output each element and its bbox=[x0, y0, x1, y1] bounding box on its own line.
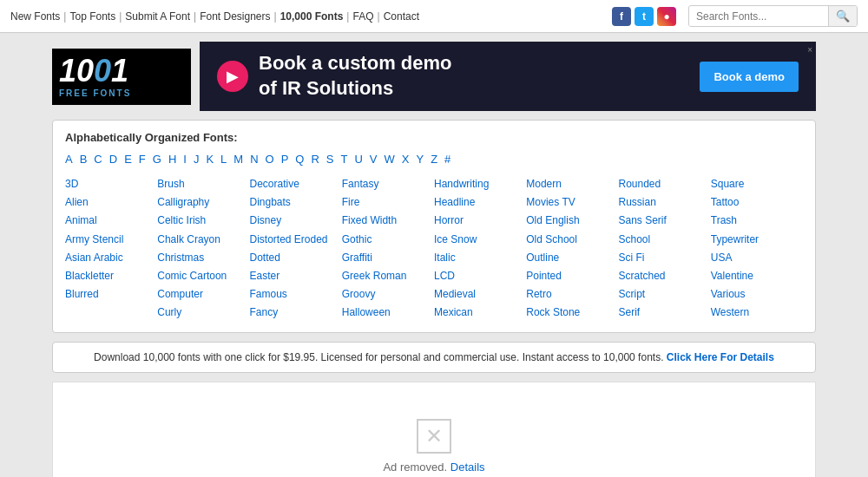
cat-medieval[interactable]: Medieval bbox=[434, 286, 526, 303]
cat-horror[interactable]: Horror bbox=[434, 212, 526, 229]
alpha-A[interactable]: A bbox=[65, 153, 73, 166]
cat-3d[interactable]: 3D bbox=[65, 176, 157, 193]
alpha-I[interactable]: I bbox=[183, 153, 187, 166]
cat-school[interactable]: School bbox=[619, 232, 711, 248]
alpha-X[interactable]: X bbox=[402, 153, 410, 166]
cat-sans-serif[interactable]: Sans Serif bbox=[619, 212, 711, 229]
alpha-K[interactable]: K bbox=[206, 153, 214, 166]
twitter-icon[interactable]: t bbox=[635, 7, 654, 26]
alpha-T[interactable]: T bbox=[341, 153, 348, 166]
cat-easter[interactable]: Easter bbox=[250, 268, 342, 284]
cat-groovy[interactable]: Groovy bbox=[342, 286, 434, 303]
cat-halloween[interactable]: Halloween bbox=[342, 304, 434, 321]
cat-headline[interactable]: Headline bbox=[434, 194, 526, 211]
cat-alien[interactable]: Alien bbox=[65, 194, 157, 211]
cat-modern[interactable]: Modern bbox=[526, 176, 618, 193]
alpha-G[interactable]: G bbox=[153, 153, 161, 166]
cat-movies-tv[interactable]: Movies TV bbox=[526, 194, 618, 211]
nav-top-fonts[interactable]: Top Fonts bbox=[69, 10, 115, 23]
alpha-S[interactable]: S bbox=[326, 153, 334, 166]
cat-western[interactable]: Western bbox=[711, 304, 803, 321]
cat-graffiti[interactable]: Graffiti bbox=[342, 250, 434, 266]
cat-blurred[interactable]: Blurred bbox=[65, 286, 157, 303]
cat-dotted[interactable]: Dotted bbox=[250, 250, 342, 266]
cat-russian[interactable]: Russian bbox=[619, 194, 711, 211]
cat-calligraphy[interactable]: Calligraphy bbox=[157, 194, 249, 211]
cat-asian-arabic[interactable]: Asian Arabic bbox=[65, 250, 157, 266]
alpha-F[interactable]: F bbox=[139, 153, 146, 166]
cat-christmas[interactable]: Christmas bbox=[157, 250, 249, 266]
cat-script[interactable]: Script bbox=[619, 286, 711, 303]
cat-italic[interactable]: Italic bbox=[434, 250, 526, 266]
cat-serif[interactable]: Serif bbox=[619, 304, 711, 321]
alpha-W[interactable]: W bbox=[385, 153, 395, 166]
alpha-D[interactable]: D bbox=[109, 153, 117, 166]
cat-gothic[interactable]: Gothic bbox=[342, 232, 434, 248]
cat-pointed[interactable]: Pointed bbox=[526, 268, 618, 284]
ad-details-link[interactable]: Details bbox=[450, 461, 485, 474]
cat-tattoo[interactable]: Tattoo bbox=[711, 194, 803, 211]
alpha-M[interactable]: M bbox=[233, 153, 243, 166]
alpha-U[interactable]: U bbox=[354, 153, 362, 166]
cat-outline[interactable]: Outline bbox=[526, 250, 618, 266]
nav-faq[interactable]: FAQ bbox=[352, 10, 373, 23]
cat-old-school[interactable]: Old School bbox=[526, 232, 618, 248]
cat-retro[interactable]: Retro bbox=[526, 286, 618, 303]
cat-fixed-width[interactable]: Fixed Width bbox=[342, 212, 434, 229]
alpha-C[interactable]: C bbox=[94, 153, 102, 166]
cat-various[interactable]: Various bbox=[711, 286, 803, 303]
cat-army-stencil[interactable]: Army Stencil bbox=[65, 232, 157, 248]
alpha-Z[interactable]: Z bbox=[431, 153, 437, 166]
alpha-V[interactable]: V bbox=[370, 153, 378, 166]
cat-typewriter[interactable]: Typewriter bbox=[711, 232, 803, 248]
cat-fancy[interactable]: Fancy bbox=[250, 304, 342, 321]
alpha-hash[interactable]: # bbox=[444, 153, 450, 166]
search-button[interactable]: 🔍 bbox=[828, 6, 857, 26]
facebook-icon[interactable]: f bbox=[612, 7, 631, 26]
cat-square[interactable]: Square bbox=[711, 176, 803, 193]
nav-10000-fonts[interactable]: 10,000 Fonts bbox=[280, 10, 344, 23]
cat-mexican[interactable]: Mexican bbox=[434, 304, 526, 321]
cat-celtic-irish[interactable]: Celtic Irish bbox=[157, 212, 249, 229]
cat-rock-stone[interactable]: Rock Stone bbox=[526, 304, 618, 321]
alpha-J[interactable]: J bbox=[194, 153, 200, 166]
cat-ice-snow[interactable]: Ice Snow bbox=[434, 232, 526, 248]
cat-decorative[interactable]: Decorative bbox=[250, 176, 342, 193]
cat-disney[interactable]: Disney bbox=[250, 212, 342, 229]
search-input[interactable] bbox=[689, 7, 828, 26]
cat-lcd[interactable]: LCD bbox=[434, 268, 526, 284]
alpha-E[interactable]: E bbox=[124, 153, 132, 166]
alpha-Y[interactable]: Y bbox=[416, 153, 424, 166]
cat-distorted-eroded[interactable]: Distorted Eroded bbox=[250, 232, 342, 248]
alpha-L[interactable]: L bbox=[220, 153, 227, 166]
cat-sci-fi[interactable]: Sci Fi bbox=[619, 250, 711, 266]
nav-font-designers[interactable]: Font Designers bbox=[200, 10, 270, 23]
cat-chalk-crayon[interactable]: Chalk Crayon bbox=[157, 232, 249, 248]
cat-blackletter[interactable]: Blackletter bbox=[65, 268, 157, 284]
cat-scratched[interactable]: Scratched bbox=[619, 268, 711, 284]
nav-new-fonts[interactable]: New Fonts bbox=[10, 10, 60, 23]
nav-submit-font[interactable]: Submit A Font bbox=[125, 10, 190, 23]
nav-contact[interactable]: Contact bbox=[384, 10, 419, 23]
cat-greek-roman[interactable]: Greek Roman bbox=[342, 268, 434, 284]
cat-fantasy[interactable]: Fantasy bbox=[342, 176, 434, 193]
download-link[interactable]: Click Here For Details bbox=[667, 351, 774, 363]
alpha-P[interactable]: P bbox=[281, 153, 289, 166]
cat-animal[interactable]: Animal bbox=[65, 212, 157, 229]
cat-old-english[interactable]: Old English bbox=[526, 212, 618, 229]
cat-curly[interactable]: Curly bbox=[157, 304, 249, 321]
alpha-Q[interactable]: Q bbox=[295, 153, 304, 166]
banner-cta-button[interactable]: Book a demo bbox=[700, 62, 799, 92]
alpha-N[interactable]: N bbox=[250, 153, 258, 166]
cat-trash[interactable]: Trash bbox=[711, 212, 803, 229]
banner-close-icon[interactable]: × bbox=[807, 45, 812, 55]
instagram-icon[interactable]: ● bbox=[657, 7, 676, 26]
cat-brush[interactable]: Brush bbox=[157, 176, 249, 193]
cat-comic-cartoon[interactable]: Comic Cartoon bbox=[157, 268, 249, 284]
alpha-B[interactable]: B bbox=[80, 153, 88, 166]
alpha-R[interactable]: R bbox=[311, 153, 319, 166]
cat-handwriting[interactable]: Handwriting bbox=[434, 176, 526, 193]
alpha-H[interactable]: H bbox=[168, 153, 176, 166]
cat-famous[interactable]: Famous bbox=[250, 286, 342, 303]
cat-rounded[interactable]: Rounded bbox=[619, 176, 711, 193]
